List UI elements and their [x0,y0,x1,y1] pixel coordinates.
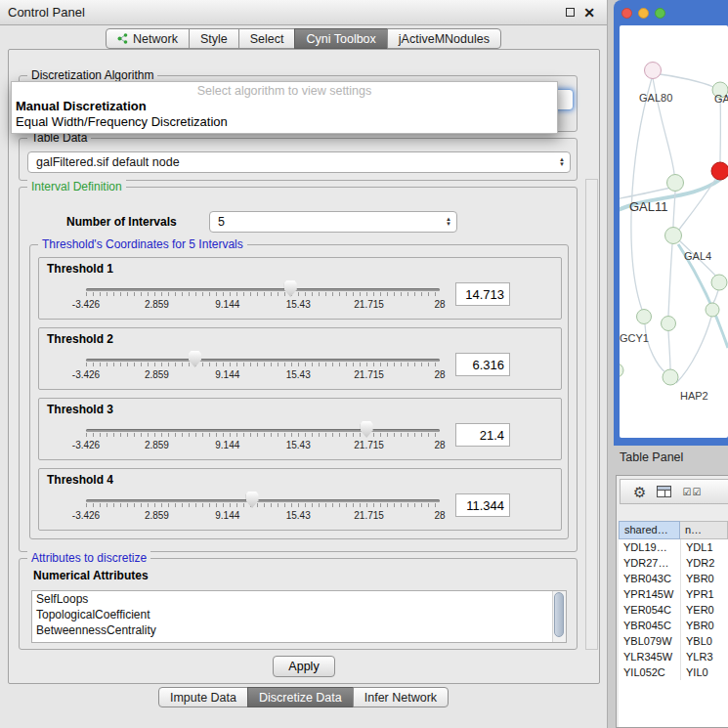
panel-scrollbar[interactable] [585,179,598,650]
network-canvas[interactable]: GAL80 GAL11 GAL4 GCY1 HAP2 GA [620,25,728,438]
table-cell[interactable]: YBL0 [680,633,728,649]
interval-definition-group: Interval Definition Number of Intervals … [19,187,578,552]
table-row[interactable]: YER054C YER0 [619,602,728,618]
table-cell[interactable]: YPR1 [680,586,728,602]
table-cell[interactable]: YIL0 [680,664,728,680]
number-of-intervals-combobox[interactable]: 5 ▲▼ [209,211,457,233]
table-row[interactable]: YBR043C YBR0 [619,571,728,586]
table-cell[interactable]: YDL19… [619,539,680,555]
network-node-selected[interactable] [711,162,728,180]
network-node[interactable] [667,175,684,192]
apply-button[interactable]: Apply [273,656,335,677]
table-row[interactable]: YBR045C YBR0 [619,618,728,633]
network-node[interactable] [637,310,652,324]
network-node[interactable] [663,369,678,385]
tab-cyni-toolbox[interactable]: Cyni Toolbox [294,28,387,49]
tab-jactivemnodules[interactable]: jActiveMNodules [387,28,501,49]
table-cell[interactable]: YER054C [619,602,680,618]
numerical-attributes-list[interactable]: SelfLoops TopologicalCoefficient Between… [31,590,567,643]
threshold-2-slider[interactable]: -3.426 2.859 9.144 15.43 21.715 28 [84,350,442,387]
scale-tick-label: 21.715 [354,299,384,310]
network-node-label: GAL80 [639,92,672,104]
table-cell[interactable]: YBR045C [619,618,680,633]
slider-groove [86,499,440,502]
scale-tick-label: 9.144 [215,369,239,380]
threshold-4-row: -3.426 2.859 9.144 15.43 21.715 28 [84,491,510,528]
table-cell[interactable]: YDR27… [619,555,680,571]
network-edge [653,73,713,87]
tab-impute-data[interactable]: Impute Data [158,687,248,707]
threshold-1-value-field[interactable] [455,282,510,306]
table-cell[interactable]: YBR0 [680,618,728,633]
tab-style[interactable]: Style [189,28,239,49]
list-item[interactable]: TopologicalCoefficient [32,607,566,622]
table-cell[interactable]: YLR3 [680,649,728,664]
list-scrollbar[interactable] [552,591,566,642]
float-window-icon[interactable] [566,8,575,17]
threshold-3-slider[interactable]: -3.426 2.859 9.144 15.43 21.715 28 [84,420,442,457]
network-node[interactable] [711,275,727,290]
combo-arrows-icon: ▲▼ [441,217,456,227]
table-cell[interactable]: YBR0 [680,571,728,586]
network-node-label: GCY1 [620,332,649,344]
select-columns-icon[interactable]: ☑☑ [682,487,702,497]
table-cell[interactable]: YDR2 [680,555,728,571]
table-row[interactable]: YIL052C YIL0 [619,664,728,680]
network-node-label: GAL4 [684,250,711,262]
table-cell[interactable]: YPR145W [619,586,680,602]
network-node[interactable] [662,317,676,331]
algorithm-option-manual[interactable]: Manual Discretization [12,99,557,114]
close-traffic-icon[interactable] [621,8,632,19]
network-node-label: GAL11 [629,199,668,214]
gear-icon[interactable]: ⚙ [633,485,646,499]
table-cell[interactable]: YER0 [680,602,728,618]
threshold-3-row: -3.426 2.859 9.144 15.43 21.715 28 [84,420,510,457]
tab-network[interactable]: Network [106,28,190,49]
algorithm-option-equal-width[interactable]: Equal Width/Frequency Discretization [12,114,557,130]
tab-discretize-data[interactable]: Discretize Data [247,687,354,707]
zoom-traffic-icon[interactable] [655,8,665,19]
table-cell[interactable]: YIL052C [619,664,680,680]
algorithm-placeholder-option[interactable]: Select algorithm to view settings [12,84,557,99]
threshold-4-slider[interactable]: -3.426 2.859 9.144 15.43 21.715 28 [84,491,442,528]
table-cell[interactable]: YDL1 [680,539,728,555]
network-node[interactable] [706,303,719,317]
minimize-traffic-icon[interactable] [638,8,649,19]
table-row[interactable]: YPR145W YPR1 [619,586,728,602]
table-panel: ⚙ ☑☑ shared… n… YDL19… YDL1 YDR27… YDR2 … [616,475,728,728]
network-node[interactable] [620,364,623,377]
scale-tick-label: 15.43 [286,369,311,380]
column-header-name[interactable]: n… [680,521,728,539]
scale-tick-label: -3.426 [72,440,100,450]
table-cell[interactable]: YBL079W [619,633,680,649]
cyni-toolbox-panel: Discretization Algorithm Select algorith… [8,49,600,684]
tab-infer-network[interactable]: Infer Network [353,687,449,707]
list-item[interactable]: SelfLoops [32,591,566,607]
slider-ticks [86,363,440,366]
table-cell[interactable]: YLR345W [619,649,680,664]
close-icon[interactable]: ✕ [583,6,595,20]
scale-tick-label: 28 [434,510,445,521]
table-data-combobox[interactable]: galFiltered.sif default node ▲▼ [27,151,571,173]
threshold-4-value-field[interactable] [455,493,510,517]
list-item[interactable]: BetweennessCentrality [32,622,566,638]
tab-select[interactable]: Select [238,28,296,49]
table-row[interactable]: YDR27… YDR2 [619,555,728,571]
scale-tick-label: 2.859 [145,299,169,310]
window-buttons: ✕ [566,0,595,24]
scale-tick-label: 28 [434,369,445,380]
threshold-1-slider[interactable]: -3.426 2.859 9.144 15.43 21.715 28 [84,279,442,317]
table-row[interactable]: YLR345W YLR3 [619,649,728,664]
columns-icon[interactable] [657,486,671,497]
table-row[interactable]: YBL079W YBL0 [619,633,728,649]
threshold-2-value-field[interactable] [455,353,510,376]
table-cell[interactable]: YBR043C [619,571,680,586]
network-node[interactable] [665,228,682,244]
threshold-3-value-field[interactable] [455,423,510,447]
network-node[interactable] [645,63,662,79]
top-tab-bar: Network Style Select Cyni Toolbox jActiv… [0,28,607,49]
table-row[interactable]: YDL19… YDL1 [619,539,728,555]
column-header-shared-name[interactable]: shared… [619,521,680,539]
tab-jactivemnodules-label: jActiveMNodules [399,32,490,46]
list-scrollbar-thumb[interactable] [554,592,564,637]
